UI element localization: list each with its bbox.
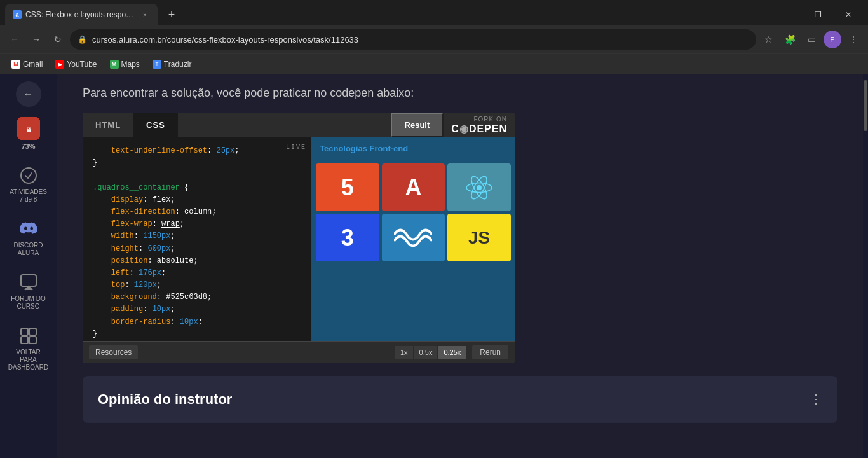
active-tab[interactable]: a CSS: Flexbox e layouts responsi… × (5, 4, 158, 25)
sidebar-item-progress[interactable]: 🖥 73% (3, 112, 54, 155)
scale-buttons: 1x 0.5x 0.25x (395, 346, 466, 359)
tile-html5: 5 (316, 163, 379, 211)
opinion-menu-button[interactable]: ⋮ (810, 391, 822, 406)
code-line-3 (93, 169, 301, 181)
codepen-footer: Resources 1x 0.5x 0.25x Rerun (83, 341, 515, 363)
svg-rect-4 (21, 328, 28, 335)
address-bar[interactable]: 🔒 cursos.alura.com.br/course/css-flexbox… (70, 29, 756, 50)
sidebar-item-activities[interactable]: ATIVIDADES7 de 8 (3, 160, 54, 209)
scale-05x-button[interactable]: 0.5x (414, 346, 438, 359)
profile-button[interactable]: P (824, 31, 841, 48)
code-line-6: flex-direction: column; (93, 206, 301, 218)
bookmark-youtube[interactable]: ▶ YouTube (49, 57, 103, 71)
rerun-button[interactable]: Rerun (472, 345, 508, 359)
sidebar-toggle-button[interactable]: ▭ (802, 30, 821, 49)
lock-icon: 🔒 (78, 35, 87, 44)
code-panel[interactable]: LIVE text-underline-offset: 25px; } .qua… (83, 137, 311, 341)
extensions-button[interactable]: 🧩 (780, 30, 799, 49)
tile-css-a: A (382, 163, 445, 211)
page-heading: Para encontrar a solução, você pode prat… (83, 87, 837, 100)
code-line-14: padding: 10px; (93, 303, 301, 316)
svg-point-2 (21, 168, 36, 183)
code-line-8: width: 1150px; (93, 230, 301, 242)
nav-bar: ← → ↻ 🔒 cursos.alura.com.br/course/css-f… (0, 25, 868, 53)
code-line-16: } (93, 328, 301, 340)
result-title: Tecnologias Front-end (312, 137, 515, 160)
code-line-9: height: 600px; (93, 243, 301, 255)
page-layout: ← 🖥 73% ATIVIDADES7 de 8 (0, 74, 868, 458)
progress-icon: 🖥 (17, 117, 40, 140)
svg-rect-5 (29, 328, 36, 335)
tab-favicon: a (13, 10, 22, 19)
result-panel: Tecnologias Front-end 5 A (311, 137, 515, 341)
sidebar-item-discord[interactable]: DISCORDALURA (3, 214, 54, 262)
tile-waves (382, 214, 445, 261)
sidebar-item-dashboard[interactable]: VOLTARPARADASHBOARD (3, 321, 54, 377)
sidebar: ← 🖥 73% ATIVIDADES7 de 8 (0, 74, 57, 458)
scrollbar[interactable] (863, 74, 868, 458)
close-button[interactable]: ✕ (834, 4, 863, 25)
star-button[interactable]: ☆ (759, 30, 778, 49)
tile-css-a-label: A (405, 174, 421, 201)
tab-close-button[interactable]: × (140, 10, 150, 20)
bookmark-gmail[interactable]: M Gmail (5, 57, 49, 71)
scale-025x-button[interactable]: 0.25x (438, 346, 466, 359)
maps-favicon: M (110, 60, 119, 69)
opinion-section: ⋮ Opinião do instrutor (83, 376, 837, 423)
waves-svg (394, 225, 432, 251)
forward-button[interactable]: → (27, 30, 46, 49)
code-line-15: border-radius: 10px; (93, 316, 301, 328)
live-badge: LIVE (286, 142, 306, 153)
reload-button[interactable]: ↻ (48, 30, 67, 49)
main-content: Para encontrar a solução, você pode prat… (57, 74, 863, 458)
code-line-7: flex-wrap: wrap; (93, 218, 301, 230)
bookmark-traduzir-label: Traduzir (164, 60, 192, 69)
forum-icon (18, 272, 39, 293)
sidebar-item-forum[interactable]: FÓRUM DOCURSO (3, 267, 54, 316)
progress-percentage: 73% (21, 142, 35, 150)
fork-on-section: FORK ON C◉DEPEN (444, 113, 515, 137)
sidebar-back-button[interactable]: ← (16, 81, 41, 107)
codepen-tab-html[interactable]: HTML (83, 113, 133, 137)
code-line-4: .quadros__container { (93, 182, 301, 194)
code-line-5: display: flex; (93, 194, 301, 206)
atom-svg (463, 172, 495, 204)
opinion-title: Opinião do instrutor (98, 391, 822, 408)
svg-rect-3 (21, 275, 36, 286)
svg-point-8 (477, 185, 482, 190)
code-line-2: } (93, 157, 301, 169)
traduzir-favicon: T (153, 60, 161, 69)
resources-button[interactable]: Resources (89, 345, 138, 359)
tab-bar: a CSS: Flexbox e layouts responsi… × + —… (0, 0, 868, 25)
browser-chrome: a CSS: Flexbox e layouts responsi… × + —… (0, 0, 868, 74)
tile-js-label: JS (468, 228, 490, 248)
tile-html5-label: 5 (341, 174, 354, 201)
codepen-tab-result[interactable]: Result (391, 113, 444, 137)
address-text: cursos.alura.com.br/course/css-flexbox-l… (92, 35, 749, 45)
bookmark-gmail-label: Gmail (23, 60, 43, 69)
new-tab-button[interactable]: + (163, 6, 180, 24)
svg-rect-7 (29, 337, 36, 344)
bookmark-maps[interactable]: M Maps (104, 57, 146, 71)
code-line-10: position: absolute; (93, 255, 301, 267)
tile-react (447, 163, 511, 211)
code-line-12: top: 120px; (93, 279, 301, 291)
code-line-11: left: 176px; (93, 267, 301, 279)
bookmark-traduzir[interactable]: T Traduzir (146, 57, 198, 71)
codepen-tab-css[interactable]: CSS (133, 113, 178, 137)
scale-1x-button[interactable]: 1x (395, 346, 413, 359)
dashboard-icon (18, 326, 39, 346)
tile-css3b: 3 (316, 214, 379, 261)
codepen-logo: C◉DEPEN (451, 123, 507, 135)
bookmark-youtube-label: YouTube (67, 60, 97, 69)
minimize-button[interactable]: — (773, 4, 802, 25)
scrollbar-thumb (864, 80, 867, 131)
codepen-embed: HTML CSS Result FORK ON C◉DEPEN LIVE tex… (83, 113, 515, 363)
tab-bar-left: a CSS: Flexbox e layouts responsi… × + (0, 4, 180, 25)
forum-label: FÓRUM DOCURSO (11, 295, 45, 310)
back-button[interactable]: ← (5, 30, 24, 49)
tab-title: CSS: Flexbox e layouts responsi… (25, 10, 136, 19)
youtube-favicon: ▶ (55, 60, 64, 69)
maximize-button[interactable]: ❐ (803, 4, 832, 25)
menu-button[interactable]: ⋮ (844, 30, 863, 49)
